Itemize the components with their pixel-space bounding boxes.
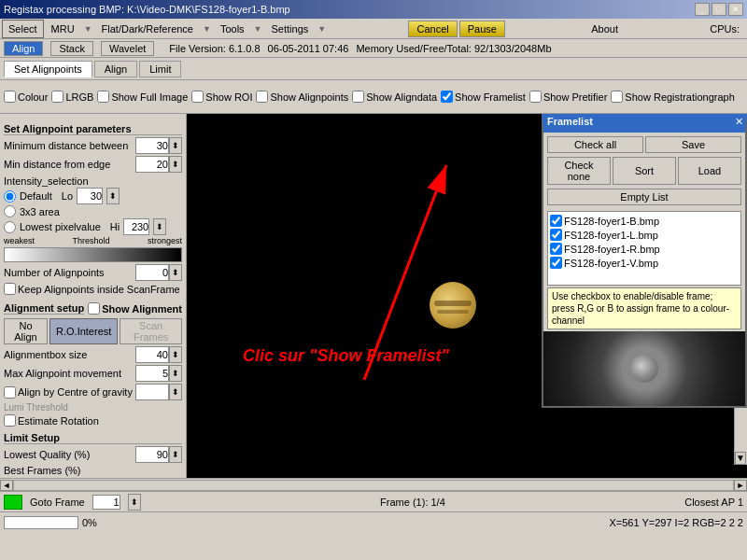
- cancel-button[interactable]: Cancel: [408, 21, 457, 37]
- lo-spin[interactable]: ⬍: [106, 188, 120, 204]
- gravity-row: Align by Centre of gravity ⬍: [4, 384, 182, 400]
- keep-inside-checkbox[interactable]: [4, 283, 16, 295]
- gravity-spin[interactable]: ⬍: [169, 384, 182, 400]
- subtab-limit[interactable]: Limit: [139, 61, 181, 77]
- show-full-image-option: Show Full Image: [97, 91, 188, 103]
- show-aligndata-checkbox[interactable]: [352, 91, 364, 103]
- min-edge-spin[interactable]: ⬍: [169, 156, 182, 173]
- menu-tools[interactable]: Tools: [215, 20, 250, 38]
- window-controls: _ □ ✕: [695, 3, 743, 16]
- lumi-threshold-label: Lumi Threshold: [4, 402, 182, 413]
- tab-align[interactable]: Align: [4, 41, 43, 56]
- sort-button[interactable]: Sort: [613, 157, 676, 185]
- lo-input[interactable]: 30: [77, 188, 103, 204]
- empty-list-button[interactable]: Empty List: [547, 189, 741, 205]
- item-checkbox-1[interactable]: [550, 229, 562, 241]
- min-dist-label: Minimum distance between: [4, 140, 135, 151]
- min-dist-row: Minimum distance between 30 ⬍: [4, 137, 182, 154]
- scan-frames-button[interactable]: Scan Frames: [120, 318, 182, 344]
- show-alignpoints-checkbox[interactable]: [256, 91, 268, 103]
- show-registrationgraph-checkbox[interactable]: [611, 91, 623, 103]
- lowest-quality-input[interactable]: 90: [135, 446, 169, 463]
- intensity-3x3-input[interactable]: [4, 205, 16, 217]
- hi-spin[interactable]: ⬍: [153, 218, 166, 235]
- minimize-button[interactable]: _: [695, 3, 710, 16]
- threshold-bar[interactable]: [4, 247, 182, 262]
- lowest-quality-spin[interactable]: ⬍: [169, 446, 182, 463]
- max-movement-input[interactable]: 5: [135, 365, 169, 382]
- show-alignpoints-label: Show Alignpoints: [270, 91, 348, 103]
- tab-wavelet[interactable]: Wavelet: [101, 41, 154, 56]
- preview-planet: [630, 355, 658, 383]
- subtab-align[interactable]: Align: [94, 61, 137, 77]
- goto-label: Goto Frame: [30, 497, 85, 508]
- show-alignment-checkbox[interactable]: [88, 302, 100, 315]
- min-edge-input[interactable]: 20: [135, 156, 169, 173]
- estimate-rotation-checkbox[interactable]: [4, 414, 16, 427]
- roi-button[interactable]: R.O.Interest: [49, 318, 118, 344]
- save-button[interactable]: Save: [645, 136, 741, 153]
- threshold-labels: weakest Threshold strongest: [4, 236, 182, 245]
- menu-settings[interactable]: Settings: [266, 20, 315, 38]
- max-movement-label: Max Alignpoint movement: [4, 368, 135, 379]
- framelist-close-button[interactable]: ✕: [735, 116, 743, 128]
- num-alignpoints-spin[interactable]: ⬍: [169, 264, 182, 281]
- scroll-down-button[interactable]: ▼: [735, 452, 746, 465]
- maximize-button[interactable]: □: [712, 3, 726, 16]
- goto-frame-input[interactable]: [92, 495, 120, 510]
- menu-flat[interactable]: Flat/Dark/Reference: [96, 20, 199, 38]
- lrgb-checkbox[interactable]: [51, 91, 63, 103]
- pause-button[interactable]: Pause: [459, 21, 505, 37]
- show-roi-option: Show ROI: [191, 91, 252, 103]
- framelist-top-buttons: Check all Save: [543, 133, 745, 157]
- keep-inside-label: Keep Alignpoints inside ScanFrame: [18, 284, 180, 295]
- show-roi-checkbox[interactable]: [191, 91, 204, 103]
- horizontal-scrollbar[interactable]: ◄ ►: [0, 478, 747, 491]
- alignment-setup-section: Alignment setup Show Alignment: [4, 301, 182, 316]
- menu-select[interactable]: Select: [2, 20, 44, 38]
- gravity-checkbox[interactable]: [4, 386, 16, 399]
- show-full-image-checkbox[interactable]: [97, 91, 109, 103]
- tab-stack[interactable]: Stack: [50, 41, 93, 56]
- gravity-input[interactable]: [135, 384, 169, 400]
- intensity-default-input[interactable]: [4, 190, 16, 203]
- min-dist-spin[interactable]: ⬍: [169, 137, 182, 154]
- scroll-left-button[interactable]: ◄: [0, 480, 13, 491]
- goto-frame-spin[interactable]: ⬍: [128, 494, 141, 511]
- menu-mru[interactable]: MRU: [46, 20, 80, 38]
- hi-input[interactable]: 230: [123, 218, 149, 235]
- limit-setup-section: Limit Setup: [4, 432, 182, 444]
- min-dist-input[interactable]: 30: [135, 137, 169, 154]
- show-pretifier-option: Show Pretifier: [529, 91, 607, 103]
- hi-label: Hi: [110, 221, 120, 232]
- subtab-set-alignpoints[interactable]: Set Alignpoints: [4, 61, 92, 77]
- check-none-button[interactable]: Check none: [547, 157, 611, 185]
- show-framelist-checkbox[interactable]: [441, 91, 453, 103]
- intensity-lowest-label: Lowest pixelvalue: [20, 221, 101, 232]
- framelist-preview: [543, 331, 745, 406]
- load-button[interactable]: Load: [678, 157, 741, 185]
- canvas-area[interactable]: Clic sur "Show Framelist" Framelist ✕ Ch…: [187, 114, 747, 478]
- no-align-button[interactable]: No Align: [4, 318, 48, 344]
- alignbox-input[interactable]: 40: [135, 346, 169, 363]
- lo-label: Lo: [62, 190, 73, 202]
- info-bar: Align Stack Wavelet File Version: 6.1.0.…: [0, 39, 747, 58]
- framelist-mid-buttons: Check none Sort Load: [543, 157, 745, 189]
- scroll-track[interactable]: [13, 480, 734, 491]
- colour-checkbox[interactable]: [4, 91, 16, 103]
- frame-info: Frame (1): 1/4: [148, 497, 678, 508]
- max-movement-spin[interactable]: ⬍: [169, 365, 182, 382]
- num-alignpoints-input[interactable]: 0: [135, 264, 169, 281]
- progress-area: 0%: [4, 516, 97, 529]
- item-checkbox-0[interactable]: [550, 215, 562, 227]
- sub-tab-bar: Set Alignpoints Align Limit: [0, 58, 747, 80]
- intensity-lowest-input[interactable]: [4, 221, 16, 233]
- show-pretifier-checkbox[interactable]: [529, 91, 542, 103]
- alignbox-spin[interactable]: ⬍: [169, 346, 182, 363]
- check-all-button[interactable]: Check all: [547, 136, 643, 153]
- lowest-quality-row: Lowest Quality (%) 90 ⬍: [4, 446, 182, 463]
- item-checkbox-2[interactable]: [550, 243, 562, 255]
- scroll-right-button[interactable]: ►: [734, 480, 747, 491]
- close-button[interactable]: ✕: [728, 3, 743, 16]
- item-checkbox-3[interactable]: [550, 257, 562, 269]
